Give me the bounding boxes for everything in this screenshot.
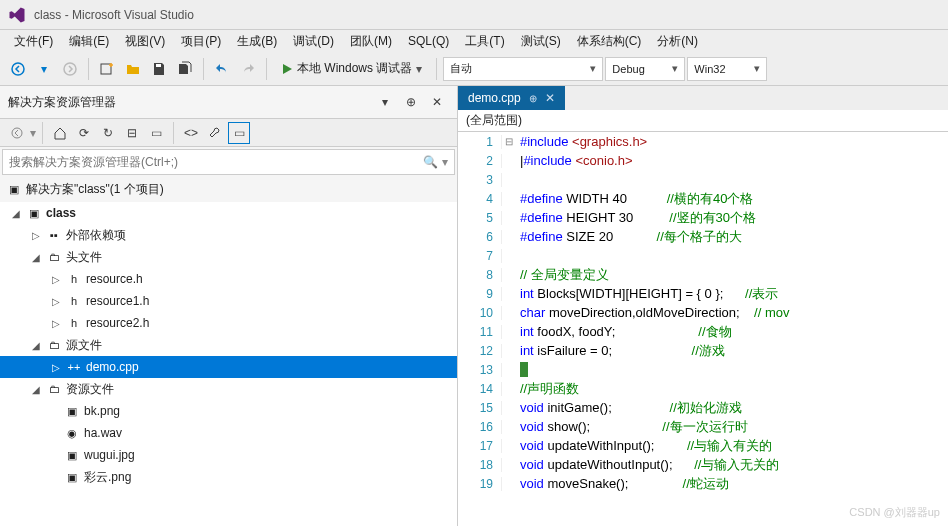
menu-analyze[interactable]: 分析(N) <box>649 31 706 52</box>
vs-logo-icon <box>8 6 26 24</box>
collapse-icon[interactable]: ⊟ <box>121 122 143 144</box>
platform-label: Win32 <box>694 63 725 75</box>
dropdown-icon[interactable]: ▾ <box>32 57 56 81</box>
code-line[interactable]: 16void show(); //每一次运行时 <box>458 417 948 436</box>
code-line[interactable]: 14//声明函数 <box>458 379 948 398</box>
save-all-icon[interactable] <box>173 57 197 81</box>
sync-icon[interactable]: ⟳ <box>73 122 95 144</box>
code-line[interactable]: 7 <box>458 246 948 265</box>
panel-options-icon[interactable]: ▾ <box>373 90 397 114</box>
ext-deps-label: 外部依赖项 <box>66 227 126 244</box>
res-node[interactable]: ◢🗀资源文件 <box>0 378 457 400</box>
folder-icon: 🗀 <box>46 381 62 397</box>
explorer-search[interactable]: 🔍 ▾ <box>2 149 455 175</box>
code-line[interactable]: 8// 全局变量定义 <box>458 265 948 284</box>
ext-deps-node[interactable]: ▷▪▪外部依赖项 <box>0 224 457 246</box>
h-file-icon: h <box>66 293 82 309</box>
menu-test[interactable]: 测试(S) <box>513 31 569 52</box>
refresh-icon[interactable]: ↻ <box>97 122 119 144</box>
config-dropdown[interactable]: Debug▾ <box>605 57 685 81</box>
file-node[interactable]: ▷hresource1.h <box>0 290 457 312</box>
file-label: bk.png <box>84 404 120 418</box>
menu-view[interactable]: 视图(V) <box>117 31 173 52</box>
code-line[interactable]: 4#define WIDTH 40 //横的有40个格 <box>458 189 948 208</box>
code-line[interactable]: 19void moveSnake(); //蛇运动 <box>458 474 948 493</box>
file-node[interactable]: ▣wugui.jpg <box>0 444 457 466</box>
headers-node[interactable]: ◢🗀头文件 <box>0 246 457 268</box>
undo-icon[interactable] <box>210 57 234 81</box>
file-node[interactable]: ◉ha.wav <box>0 422 457 444</box>
ex-back-icon[interactable] <box>6 122 28 144</box>
menu-sql[interactable]: SQL(Q) <box>400 32 457 50</box>
menu-build[interactable]: 生成(B) <box>229 31 285 52</box>
file-node[interactable]: ▣彩云.png <box>0 466 457 488</box>
menu-tools[interactable]: 工具(T) <box>457 31 512 52</box>
project-icon: ▣ <box>26 205 42 221</box>
project-node[interactable]: ◢▣class <box>0 202 457 224</box>
menu-team[interactable]: 团队(M) <box>342 31 400 52</box>
code-line[interactable]: 11int foodX, foodY; //食物 <box>458 322 948 341</box>
pin-icon[interactable]: ⊕ <box>399 90 423 114</box>
file-node[interactable]: ▷hresource2.h <box>0 312 457 334</box>
window-title: class - Microsoft Visual Studio <box>34 8 194 22</box>
editor-tabbar: demo.cpp ⊕ ✕ <box>458 86 948 110</box>
showall-icon[interactable]: ▭ <box>145 122 167 144</box>
menu-project[interactable]: 项目(P) <box>173 31 229 52</box>
redo-icon[interactable] <box>236 57 260 81</box>
file-label: demo.cpp <box>86 360 139 374</box>
close-tab-icon[interactable]: ✕ <box>545 91 555 105</box>
home-icon[interactable] <box>49 122 71 144</box>
scope-label: (全局范围) <box>466 112 522 129</box>
nav-fwd-icon[interactable] <box>58 57 82 81</box>
save-icon[interactable] <box>147 57 171 81</box>
search-icon[interactable]: 🔍 <box>423 155 438 169</box>
open-icon[interactable] <box>121 57 145 81</box>
svg-point-4 <box>12 128 22 138</box>
solution-label: 解决方案"class"(1 个项目) <box>26 181 164 198</box>
new-project-icon[interactable] <box>95 57 119 81</box>
scope-dropdown[interactable]: (全局范围) <box>458 110 948 132</box>
close-panel-icon[interactable]: ✕ <box>425 90 449 114</box>
platform-dropdown[interactable]: Win32▾ <box>687 57 767 81</box>
menu-file[interactable]: 文件(F) <box>6 31 61 52</box>
preview-icon[interactable]: ▭ <box>228 122 250 144</box>
code-line[interactable]: 15void initGame(); //初始化游戏 <box>458 398 948 417</box>
titlebar: class - Microsoft Visual Studio <box>0 0 948 30</box>
code-line[interactable]: 5#define HEIGHT 30 //竖的有30个格 <box>458 208 948 227</box>
code-line[interactable]: 6#define SIZE 20 //每个格子的大 <box>458 227 948 246</box>
file-label: resource.h <box>86 272 143 286</box>
menu-debug[interactable]: 调试(D) <box>285 31 342 52</box>
solution-explorer: 解决方案资源管理器 ▾ ⊕ ✕ ▾ ⟳ ↻ ⊟ ▭ <> ▭ 🔍 ▾ <box>0 86 458 526</box>
codeview-icon[interactable]: <> <box>180 122 202 144</box>
menu-edit[interactable]: 编辑(E) <box>61 31 117 52</box>
code-line[interactable]: 3 <box>458 170 948 189</box>
nav-back-icon[interactable] <box>6 57 30 81</box>
explorer-title: 解决方案资源管理器 <box>8 94 116 111</box>
demo-file-node[interactable]: ▷++demo.cpp <box>0 356 457 378</box>
play-icon <box>281 63 293 75</box>
tab-label: demo.cpp <box>468 91 521 105</box>
file-node[interactable]: ▷hresource.h <box>0 268 457 290</box>
editor-tab[interactable]: demo.cpp ⊕ ✕ <box>458 86 565 110</box>
file-node[interactable]: ▣bk.png <box>0 400 457 422</box>
props-icon[interactable] <box>204 122 226 144</box>
folder-icon: 🗀 <box>46 249 62 265</box>
code-line[interactable]: 1⊟#include <graphics.h> <box>458 132 948 151</box>
auto-dropdown[interactable]: 自动▾ <box>443 57 603 81</box>
menubar: 文件(F) 编辑(E) 视图(V) 项目(P) 生成(B) 调试(D) 团队(M… <box>0 30 948 52</box>
code-area[interactable]: 1⊟#include <graphics.h>2|#include <conio… <box>458 132 948 526</box>
src-node[interactable]: ◢🗀源文件 <box>0 334 457 356</box>
menu-arch[interactable]: 体系结构(C) <box>569 31 650 52</box>
code-line[interactable]: 10char moveDirection,oldMoveDirection; /… <box>458 303 948 322</box>
start-debug-button[interactable]: 本地 Windows 调试器 ▾ <box>273 56 430 82</box>
code-line[interactable]: 9int Blocks[WIDTH][HEIGHT] = { 0 }; //表示 <box>458 284 948 303</box>
solution-row[interactable]: ▣ 解决方案"class"(1 个项目) <box>0 177 457 202</box>
pin-tab-icon[interactable]: ⊕ <box>529 93 537 104</box>
cpp-file-icon: ++ <box>66 359 82 375</box>
search-input[interactable] <box>9 155 423 169</box>
code-line[interactable]: 17void updateWithInput(); //与输入有关的 <box>458 436 948 455</box>
code-line[interactable]: 12int isFailure = 0; //游戏 <box>458 341 948 360</box>
code-line[interactable]: 18void updateWithoutInput(); //与输入无关的 <box>458 455 948 474</box>
code-line[interactable]: 2|#include <conio.h> <box>458 151 948 170</box>
code-line[interactable]: 13 <box>458 360 948 379</box>
